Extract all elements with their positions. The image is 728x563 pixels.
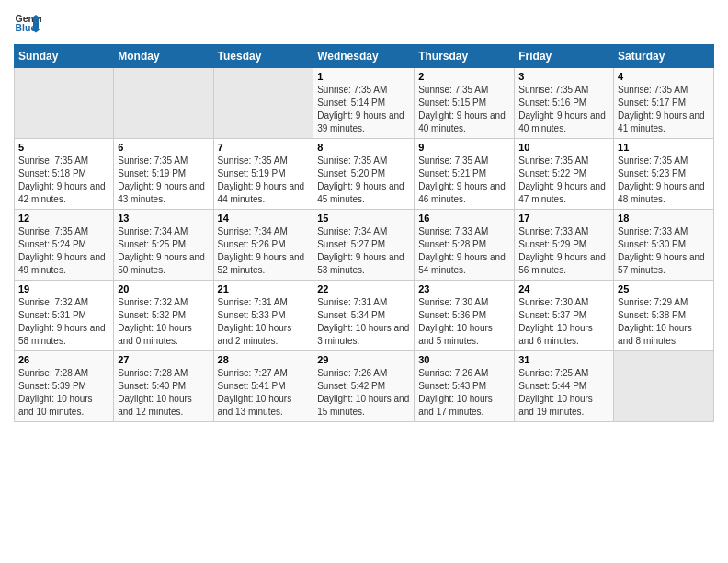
- day-number: 28: [218, 354, 310, 365]
- calendar-cell: 24Sunrise: 7:30 AMSunset: 5:37 PMDayligh…: [515, 281, 614, 351]
- calendar-cell: 17Sunrise: 7:33 AMSunset: 5:29 PMDayligh…: [515, 210, 614, 281]
- cell-info: Sunrise: 7:34 AMSunset: 5:27 PMDaylight:…: [317, 225, 410, 277]
- cell-info: Sunrise: 7:35 AMSunset: 5:20 PMDaylight:…: [317, 155, 410, 206]
- calendar-cell: 10Sunrise: 7:35 AMSunset: 5:22 PMDayligh…: [515, 139, 614, 210]
- cell-info: Sunrise: 7:32 AMSunset: 5:32 PMDaylight:…: [118, 296, 209, 348]
- cell-info: Sunrise: 7:35 AMSunset: 5:23 PMDaylight:…: [618, 155, 710, 206]
- cell-info: Sunrise: 7:33 AMSunset: 5:28 PMDaylight:…: [418, 225, 510, 277]
- calendar-cell: 20Sunrise: 7:32 AMSunset: 5:32 PMDayligh…: [114, 281, 213, 351]
- calendar-week-row: 26Sunrise: 7:28 AMSunset: 5:39 PMDayligh…: [15, 351, 714, 422]
- cell-info: Sunrise: 7:28 AMSunset: 5:39 PMDaylight:…: [18, 367, 109, 419]
- day-number: 5: [18, 142, 109, 153]
- calendar-cell: 7Sunrise: 7:35 AMSunset: 5:19 PMDaylight…: [213, 139, 313, 210]
- calendar-cell: 4Sunrise: 7:35 AMSunset: 5:17 PMDaylight…: [614, 68, 714, 139]
- calendar-cell: [15, 68, 114, 139]
- calendar-cell: 22Sunrise: 7:31 AMSunset: 5:34 PMDayligh…: [313, 281, 415, 351]
- day-number: 23: [418, 283, 510, 294]
- day-number: 9: [418, 142, 510, 153]
- cell-info: Sunrise: 7:25 AMSunset: 5:44 PMDaylight:…: [518, 367, 609, 419]
- calendar-cell: [213, 68, 313, 139]
- cell-info: Sunrise: 7:28 AMSunset: 5:40 PMDaylight:…: [118, 367, 209, 419]
- cell-info: Sunrise: 7:35 AMSunset: 5:24 PMDaylight:…: [18, 225, 109, 277]
- calendar-cell: 2Sunrise: 7:35 AMSunset: 5:15 PMDaylight…: [415, 68, 515, 139]
- day-header: Friday: [515, 45, 614, 68]
- day-number: 15: [317, 213, 410, 224]
- calendar-cell: 16Sunrise: 7:33 AMSunset: 5:28 PMDayligh…: [415, 210, 515, 281]
- logo-icon: General Blue: [14, 9, 41, 37]
- day-number: 1: [317, 71, 410, 82]
- calendar-cell: 15Sunrise: 7:34 AMSunset: 5:27 PMDayligh…: [313, 210, 415, 281]
- day-number: 2: [418, 71, 510, 82]
- calendar-cell: 1Sunrise: 7:35 AMSunset: 5:14 PMDaylight…: [313, 68, 415, 139]
- cell-info: Sunrise: 7:35 AMSunset: 5:22 PMDaylight:…: [518, 155, 609, 206]
- day-number: 29: [317, 354, 410, 365]
- calendar-cell: 9Sunrise: 7:35 AMSunset: 5:21 PMDaylight…: [415, 139, 515, 210]
- page-container: General Blue SundayMondayTuesdayWednesda…: [0, 0, 728, 427]
- calendar-week-row: 12Sunrise: 7:35 AMSunset: 5:24 PMDayligh…: [15, 210, 714, 281]
- cell-info: Sunrise: 7:30 AMSunset: 5:36 PMDaylight:…: [418, 296, 510, 348]
- cell-info: Sunrise: 7:35 AMSunset: 5:16 PMDaylight:…: [518, 84, 609, 135]
- cell-info: Sunrise: 7:29 AMSunset: 5:38 PMDaylight:…: [618, 296, 710, 348]
- cell-info: Sunrise: 7:35 AMSunset: 5:21 PMDaylight:…: [418, 155, 510, 206]
- day-number: 14: [218, 213, 310, 224]
- calendar-cell: [114, 68, 213, 139]
- day-number: 19: [18, 283, 109, 294]
- cell-info: Sunrise: 7:32 AMSunset: 5:31 PMDaylight:…: [18, 296, 109, 348]
- cell-info: Sunrise: 7:33 AMSunset: 5:29 PMDaylight:…: [518, 225, 609, 277]
- day-number: 18: [618, 213, 710, 224]
- day-header: Saturday: [614, 45, 714, 68]
- day-header: Monday: [114, 45, 213, 68]
- page-header: General Blue: [14, 9, 714, 37]
- day-number: 8: [317, 142, 410, 153]
- calendar-header-row: SundayMondayTuesdayWednesdayThursdayFrid…: [15, 45, 714, 68]
- cell-info: Sunrise: 7:26 AMSunset: 5:42 PMDaylight:…: [317, 367, 410, 419]
- cell-info: Sunrise: 7:35 AMSunset: 5:19 PMDaylight:…: [118, 155, 209, 206]
- calendar-cell: 5Sunrise: 7:35 AMSunset: 5:18 PMDaylight…: [15, 139, 114, 210]
- calendar-table: SundayMondayTuesdayWednesdayThursdayFrid…: [14, 44, 714, 422]
- cell-info: Sunrise: 7:31 AMSunset: 5:34 PMDaylight:…: [317, 296, 410, 348]
- cell-info: Sunrise: 7:26 AMSunset: 5:43 PMDaylight:…: [418, 367, 510, 419]
- day-number: 31: [518, 354, 609, 365]
- cell-info: Sunrise: 7:34 AMSunset: 5:26 PMDaylight:…: [218, 225, 310, 277]
- cell-info: Sunrise: 7:27 AMSunset: 5:41 PMDaylight:…: [218, 367, 310, 419]
- day-number: 10: [518, 142, 609, 153]
- calendar-cell: 23Sunrise: 7:30 AMSunset: 5:36 PMDayligh…: [415, 281, 515, 351]
- day-number: 27: [118, 354, 209, 365]
- day-number: 7: [218, 142, 310, 153]
- calendar-cell: 3Sunrise: 7:35 AMSunset: 5:16 PMDaylight…: [515, 68, 614, 139]
- day-number: 22: [317, 283, 410, 294]
- calendar-cell: 18Sunrise: 7:33 AMSunset: 5:30 PMDayligh…: [614, 210, 714, 281]
- cell-info: Sunrise: 7:35 AMSunset: 5:14 PMDaylight:…: [317, 84, 410, 135]
- calendar-cell: 25Sunrise: 7:29 AMSunset: 5:38 PMDayligh…: [614, 281, 714, 351]
- day-number: 24: [518, 283, 609, 294]
- day-number: 6: [118, 142, 209, 153]
- calendar-week-row: 1Sunrise: 7:35 AMSunset: 5:14 PMDaylight…: [15, 68, 714, 139]
- day-header: Sunday: [15, 45, 114, 68]
- cell-info: Sunrise: 7:34 AMSunset: 5:25 PMDaylight:…: [118, 225, 209, 277]
- day-number: 25: [618, 283, 710, 294]
- logo: General Blue: [14, 9, 41, 37]
- calendar-cell: 26Sunrise: 7:28 AMSunset: 5:39 PMDayligh…: [15, 351, 114, 422]
- cell-info: Sunrise: 7:35 AMSunset: 5:15 PMDaylight:…: [418, 84, 510, 135]
- calendar-cell: 12Sunrise: 7:35 AMSunset: 5:24 PMDayligh…: [15, 210, 114, 281]
- calendar-cell: 28Sunrise: 7:27 AMSunset: 5:41 PMDayligh…: [213, 351, 313, 422]
- calendar-cell: 14Sunrise: 7:34 AMSunset: 5:26 PMDayligh…: [213, 210, 313, 281]
- svg-text:Blue: Blue: [16, 22, 37, 33]
- day-number: 26: [18, 354, 109, 365]
- day-number: 12: [18, 213, 109, 224]
- day-number: 4: [618, 71, 710, 82]
- calendar-cell: 31Sunrise: 7:25 AMSunset: 5:44 PMDayligh…: [515, 351, 614, 422]
- calendar-cell: [614, 351, 714, 422]
- day-header: Tuesday: [213, 45, 313, 68]
- calendar-cell: 11Sunrise: 7:35 AMSunset: 5:23 PMDayligh…: [614, 139, 714, 210]
- day-number: 21: [218, 283, 310, 294]
- cell-info: Sunrise: 7:35 AMSunset: 5:17 PMDaylight:…: [618, 84, 710, 135]
- day-header: Wednesday: [313, 45, 415, 68]
- calendar-cell: 21Sunrise: 7:31 AMSunset: 5:33 PMDayligh…: [213, 281, 313, 351]
- day-number: 13: [118, 213, 209, 224]
- calendar-week-row: 5Sunrise: 7:35 AMSunset: 5:18 PMDaylight…: [15, 139, 714, 210]
- calendar-cell: 29Sunrise: 7:26 AMSunset: 5:42 PMDayligh…: [313, 351, 415, 422]
- day-number: 16: [418, 213, 510, 224]
- cell-info: Sunrise: 7:35 AMSunset: 5:18 PMDaylight:…: [18, 155, 109, 206]
- day-number: 17: [518, 213, 609, 224]
